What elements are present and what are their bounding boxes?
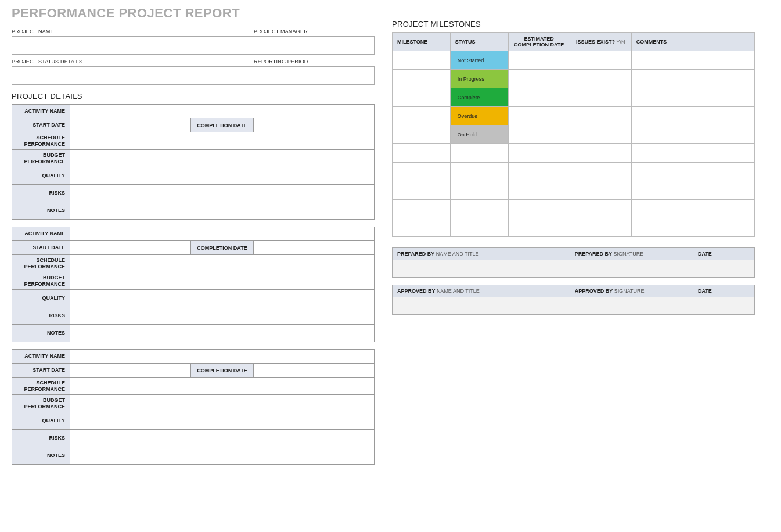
budget-performance-label: BUDGET PERFORMANCE (12, 150, 70, 167)
risks-input[interactable] (70, 430, 375, 447)
issues-cell[interactable] (570, 107, 631, 125)
issues-cell[interactable] (570, 88, 631, 107)
activity-block: ACTIVITY NAME START DATE COMPLETION DATE… (12, 104, 375, 220)
milestone-cell[interactable] (393, 51, 451, 70)
budget-performance-input[interactable] (70, 272, 375, 290)
issues-cell[interactable] (570, 144, 631, 163)
milestone-cell[interactable] (393, 125, 451, 144)
budget-performance-input[interactable] (70, 150, 375, 167)
status-cell[interactable]: Complete (450, 88, 508, 107)
approved-sig-input[interactable] (570, 297, 693, 315)
project-name-input[interactable] (12, 36, 254, 55)
activity-name-label: ACTIVITY NAME (12, 105, 70, 118)
milestone-row (393, 181, 755, 200)
status-cell[interactable]: Not Started (450, 51, 508, 70)
notes-input[interactable] (70, 447, 375, 465)
approved-name-input[interactable] (393, 297, 570, 315)
est-completion-cell[interactable] (508, 181, 570, 200)
milestone-cell[interactable] (393, 181, 451, 200)
completion-date-label: COMPLETION DATE (191, 241, 254, 255)
milestone-cell[interactable] (393, 70, 451, 88)
comments-cell[interactable] (631, 144, 754, 163)
prepared-date-input[interactable] (693, 260, 754, 278)
comments-cell[interactable] (631, 163, 754, 181)
project-manager-label: PROJECT MANAGER (254, 27, 375, 36)
milestone-cell[interactable] (393, 107, 451, 125)
status-cell[interactable]: On Hold (450, 125, 508, 144)
start-date-input[interactable] (70, 241, 191, 255)
activity-name-input[interactable] (70, 227, 375, 241)
milestone-cell[interactable] (393, 88, 451, 107)
comments-cell[interactable] (631, 181, 754, 200)
risks-label: RISKS (12, 430, 70, 447)
quality-input[interactable] (70, 290, 375, 307)
status-cell[interactable]: In Progress (450, 70, 508, 88)
activity-name-input[interactable] (70, 105, 375, 118)
est-completion-cell[interactable] (508, 70, 570, 88)
completion-date-input[interactable] (254, 364, 375, 378)
completion-date-input[interactable] (254, 118, 375, 132)
schedule-performance-label: SCHEDULE PERFORMANCE (12, 255, 70, 272)
est-completion-cell[interactable] (508, 144, 570, 163)
comments-cell[interactable] (631, 88, 754, 107)
activity-name-label: ACTIVITY NAME (12, 227, 70, 241)
comments-cell[interactable] (631, 200, 754, 218)
risks-input[interactable] (70, 185, 375, 202)
start-date-input[interactable] (70, 118, 191, 132)
approved-date-input[interactable] (693, 297, 754, 315)
est-completion-cell[interactable] (508, 125, 570, 144)
est-completion-cell[interactable] (508, 218, 570, 237)
approved-sig-label: APPROVED BY SIGNATURE (570, 285, 693, 297)
est-completion-cell[interactable] (508, 88, 570, 107)
comments-cell[interactable] (631, 51, 754, 70)
status-cell[interactable] (450, 163, 508, 181)
status-cell[interactable] (450, 181, 508, 200)
issues-cell[interactable] (570, 125, 631, 144)
issues-cell[interactable] (570, 51, 631, 70)
status-cell[interactable]: Overdue (450, 107, 508, 125)
milestone-cell[interactable] (393, 218, 451, 237)
project-status-input[interactable] (12, 66, 254, 85)
activity-name-input[interactable] (70, 350, 375, 364)
notes-input[interactable] (70, 202, 375, 220)
comments-cell[interactable] (631, 125, 754, 144)
milestone-cell[interactable] (393, 144, 451, 163)
completion-date-input[interactable] (254, 241, 375, 255)
schedule-performance-input[interactable] (70, 378, 375, 395)
risks-input[interactable] (70, 307, 375, 325)
project-manager-input[interactable] (254, 36, 375, 55)
schedule-performance-input[interactable] (70, 255, 375, 272)
issues-cell[interactable] (570, 163, 631, 181)
status-cell[interactable] (450, 200, 508, 218)
activity-name-label: ACTIVITY NAME (12, 350, 70, 364)
quality-input[interactable] (70, 412, 375, 430)
status-cell[interactable] (450, 144, 508, 163)
est-completion-header: ESTIMATED COMPLETION DATE (508, 33, 570, 51)
comments-cell[interactable] (631, 218, 754, 237)
comments-cell[interactable] (631, 70, 754, 88)
budget-performance-input[interactable] (70, 395, 375, 412)
milestone-row (393, 200, 755, 218)
milestone-cell[interactable] (393, 163, 451, 181)
milestone-cell[interactable] (393, 200, 451, 218)
prepared-sig-input[interactable] (570, 260, 693, 278)
comments-cell[interactable] (631, 107, 754, 125)
issues-cell[interactable] (570, 70, 631, 88)
est-completion-cell[interactable] (508, 51, 570, 70)
schedule-performance-input[interactable] (70, 132, 375, 150)
notes-input[interactable] (70, 325, 375, 342)
issues-cell[interactable] (570, 218, 631, 237)
quality-label: QUALITY (12, 167, 70, 185)
notes-label: NOTES (12, 325, 70, 342)
prepared-name-label: PREPARED BY NAME AND TITLE (393, 248, 570, 260)
issues-cell[interactable] (570, 200, 631, 218)
est-completion-cell[interactable] (508, 107, 570, 125)
reporting-period-input[interactable] (254, 66, 375, 85)
est-completion-cell[interactable] (508, 200, 570, 218)
est-completion-cell[interactable] (508, 163, 570, 181)
prepared-name-input[interactable] (393, 260, 570, 278)
issues-cell[interactable] (570, 181, 631, 200)
quality-input[interactable] (70, 167, 375, 185)
status-cell[interactable] (450, 218, 508, 237)
start-date-input[interactable] (70, 364, 191, 378)
